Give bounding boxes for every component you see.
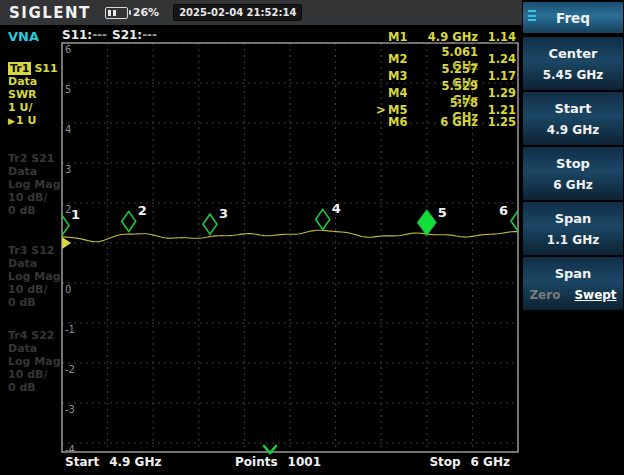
svg-text:5: 5 xyxy=(65,84,71,95)
marker-table-row: M25.061 GHz1.24 xyxy=(376,45,516,62)
marker-name: M4 xyxy=(388,86,420,100)
marker-number-label: 5 xyxy=(438,205,447,220)
marker-5-active[interactable]: 5 xyxy=(418,205,447,235)
swr-plot[interactable]: 654320-1-2-3-4123456 xyxy=(0,0,624,475)
svg-text:0: 0 xyxy=(65,284,71,295)
svg-text:6: 6 xyxy=(65,44,71,55)
marker-freq: 6 GHz xyxy=(420,115,478,129)
marker-name: M3 xyxy=(388,69,420,83)
reference-level-arrow-icon[interactable] xyxy=(62,237,71,249)
marker-value: 1.25 xyxy=(478,115,516,129)
marker-table-row: M66 GHz1.25 xyxy=(376,113,516,130)
vna-screen: SIGLENT 26% 2025-02-04 21:52:14 VNA Tr1S… xyxy=(0,0,624,475)
marker-3[interactable]: 3 xyxy=(203,206,228,234)
marker-2[interactable]: 2 xyxy=(122,203,147,231)
svg-text:4: 4 xyxy=(65,124,71,135)
svg-text:-3: -3 xyxy=(65,404,75,415)
y-axis-labels: 654320-1-2-3-4 xyxy=(65,44,75,455)
marker-value: 1.14 xyxy=(478,30,516,44)
marker-4[interactable]: 4 xyxy=(316,201,341,229)
marker-table: M14.9 GHz1.14 M25.061 GHz1.24 M35.257 GH… xyxy=(376,28,516,130)
marker-number-label: 1 xyxy=(71,207,80,222)
marker-table-row: M14.9 GHz1.14 xyxy=(376,28,516,45)
svg-text:-1: -1 xyxy=(65,324,75,335)
marker-select-indicator: > xyxy=(376,103,388,117)
marker-number-label: 2 xyxy=(138,203,147,218)
marker-name: M2 xyxy=(388,52,420,66)
marker-number-label: 3 xyxy=(219,206,228,221)
marker-value: 1.24 xyxy=(478,52,516,66)
marker-6[interactable]: 6 xyxy=(499,203,525,231)
marker-number-label: 4 xyxy=(332,201,341,216)
marker-value: 1.17 xyxy=(478,69,516,83)
marker-value: 1.29 xyxy=(478,86,516,100)
marker-number-label: 6 xyxy=(499,203,508,218)
marker-name: M1 xyxy=(388,30,420,44)
marker-freq: 4.9 GHz xyxy=(420,30,478,44)
svg-text:-4: -4 xyxy=(65,444,75,455)
svg-text:-2: -2 xyxy=(65,364,75,375)
svg-text:3: 3 xyxy=(65,164,71,175)
marker-name: M6 xyxy=(388,115,420,129)
